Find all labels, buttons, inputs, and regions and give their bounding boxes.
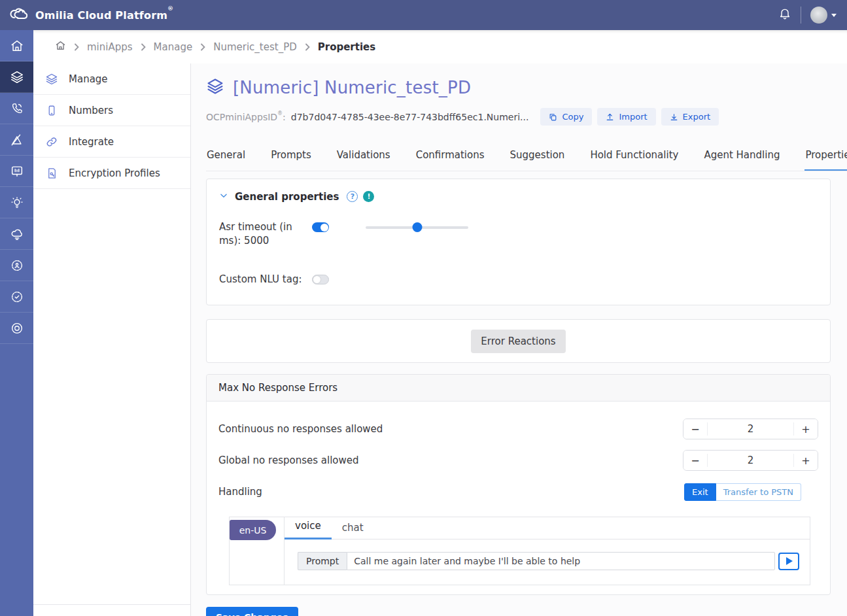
rail-item-call[interactable] [0, 93, 33, 124]
tab-confirmations[interactable]: Confirmations [415, 145, 485, 171]
max-no-response-card: Max No Response Errors Continuous no res… [206, 374, 831, 595]
registered-mark: ® [277, 111, 283, 116]
prompt-input[interactable] [347, 552, 775, 570]
main-content: [Numeric] Numeric_test_PD OCPminiAppsID®… [191, 63, 847, 616]
global-no-responses-label: Global no responses allowed [218, 454, 359, 466]
breadcrumb-manage[interactable]: Manage [154, 41, 193, 53]
tab-hold-functionality[interactable]: Hold Functionality [589, 145, 679, 171]
lifebuoy-icon [10, 321, 24, 335]
tab-bar: General Prompts Validations Confirmation… [206, 145, 847, 171]
phone-icon [10, 102, 24, 115]
asr-timeout-slider[interactable] [366, 222, 468, 232]
channel-tab-bar: voice chat [285, 517, 810, 539]
info-icon: ! [363, 191, 374, 202]
notifications-bell-icon[interactable] [778, 7, 791, 24]
global-no-responses-stepper: − 2 + [683, 450, 818, 471]
error-reactions-card: Error Reactions [206, 319, 831, 363]
mobile-icon [45, 104, 58, 117]
lightbulb-icon [10, 196, 24, 210]
export-button[interactable]: Export [661, 108, 719, 126]
chevron-right-icon [141, 43, 146, 51]
increment-button[interactable]: + [794, 451, 818, 470]
copy-icon [549, 112, 557, 122]
breadcrumb: miniApps Manage Numeric_test_PD Properti… [33, 30, 847, 63]
tab-prompts[interactable]: Prompts [270, 145, 312, 171]
rail-item-insights[interactable] [0, 187, 33, 218]
sidebar-item-integrate[interactable]: Integrate [33, 126, 190, 158]
sidebar-item-manage[interactable]: Manage [33, 63, 190, 95]
increment-button[interactable]: + [794, 419, 818, 439]
export-label: Export [683, 112, 711, 122]
rail-item-metrics[interactable] [0, 124, 33, 156]
sidebar-item-label: Numbers [69, 105, 113, 116]
brand-name: Omilia Cloud Platform® [35, 9, 173, 22]
rail-item-user-settings[interactable] [0, 250, 33, 281]
stepper-value[interactable]: 2 [708, 419, 793, 439]
import-button[interactable]: Import [597, 108, 655, 126]
user-menu[interactable] [810, 7, 837, 24]
gear-user-icon [10, 258, 24, 273]
chevron-right-icon [74, 43, 79, 51]
brand: Omilia Cloud Platform® [9, 7, 173, 24]
tab-validations[interactable]: Validations [336, 145, 391, 171]
rail-item-quality[interactable] [0, 281, 33, 313]
channel-tab-chat[interactable]: chat [332, 522, 374, 539]
download-icon [670, 112, 678, 122]
help-icon[interactable]: ? [347, 191, 358, 202]
asr-timeout-label: Asr timeout (in ms): 5000 [219, 220, 312, 248]
chevron-right-icon [305, 43, 310, 51]
sidebar-item-encryption-profiles[interactable]: Encryption Profiles [33, 158, 190, 189]
secondary-sidebar: Manage Numbers [33, 63, 191, 616]
tab-properties[interactable]: Properties [804, 145, 847, 171]
icon-rail [0, 30, 33, 616]
header-divider [801, 7, 801, 24]
continuous-no-responses-label: Continuous no responses allowed [218, 423, 383, 435]
handling-option-transfer-pstn[interactable]: Transfer to PSTN [716, 483, 801, 501]
home-icon [10, 39, 24, 53]
continuous-no-responses-stepper: − 2 + [683, 419, 818, 439]
locale-tab-en-us[interactable]: en-US [230, 520, 276, 540]
cloud-lines-icon [10, 227, 24, 241]
sidebar-item-numbers[interactable]: Numbers [33, 95, 190, 126]
home-icon[interactable] [55, 40, 66, 54]
tab-general[interactable]: General [206, 145, 246, 171]
id-colon: : [283, 112, 286, 122]
save-changes-button[interactable]: Save Changes [206, 607, 298, 616]
decrement-button[interactable]: − [683, 451, 707, 470]
copy-label: Copy [562, 112, 583, 122]
asr-timeout-toggle[interactable] [312, 222, 329, 232]
rail-item-conversations[interactable] [0, 156, 33, 187]
rail-item-support[interactable] [0, 313, 33, 344]
card-header-title: Max No Response Errors [207, 375, 830, 402]
error-reactions-button[interactable]: Error Reactions [471, 330, 565, 353]
caret-down-icon[interactable] [831, 14, 837, 17]
copy-button[interactable]: Copy [540, 108, 592, 126]
tab-suggestion[interactable]: Suggestion [510, 145, 566, 171]
cloud-logo-icon [9, 7, 29, 24]
stepper-value[interactable]: 2 [708, 451, 793, 470]
channel-tab-voice[interactable]: voice [285, 520, 332, 539]
locale-prompt-table: en-US voice chat Prompt [229, 517, 810, 585]
tab-agent-handling[interactable]: Agent Handling [703, 145, 780, 171]
app-header: Omilia Cloud Platform® [0, 0, 847, 30]
breadcrumb-miniapps[interactable]: miniApps [87, 41, 133, 53]
sidebar-item-label: Manage [69, 73, 108, 85]
custom-nlu-tag-toggle[interactable] [312, 275, 329, 284]
play-prompt-button[interactable] [778, 553, 799, 570]
chevron-right-icon [200, 43, 205, 51]
avatar[interactable] [810, 7, 827, 24]
link-icon [45, 135, 58, 148]
rail-item-miniapps[interactable] [0, 61, 33, 93]
chat-bars-icon [10, 164, 24, 179]
handling-option-exit[interactable]: Exit [684, 483, 716, 501]
document-key-icon [45, 167, 58, 180]
handling-label: Handling [218, 486, 262, 498]
prompt-label: Prompt [298, 552, 347, 570]
breadcrumb-app[interactable]: Numeric_test_PD [213, 41, 297, 53]
rail-item-cloud-deploy[interactable] [0, 218, 33, 250]
decrement-button[interactable]: − [683, 419, 707, 439]
rail-item-home[interactable] [0, 30, 33, 61]
import-label: Import [619, 112, 647, 122]
slider-thumb[interactable] [412, 222, 422, 232]
chevron-down-icon[interactable] [219, 190, 228, 203]
